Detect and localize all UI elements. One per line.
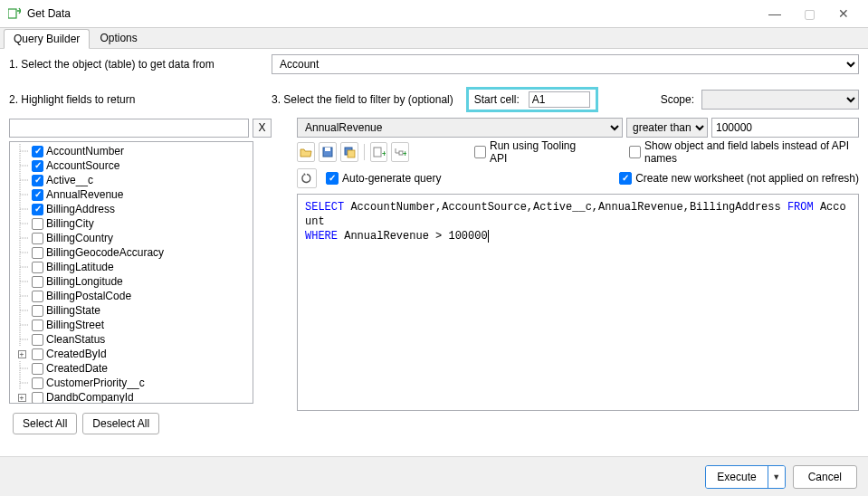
field-label: BillingLatitude bbox=[46, 260, 114, 274]
minimize-button[interactable]: — bbox=[758, 2, 792, 25]
fields-tree[interactable]: AccountNumberAccountSourceActive__cAnnua… bbox=[9, 141, 253, 404]
tree-item[interactable]: Active__c bbox=[10, 173, 253, 187]
field-checkbox[interactable] bbox=[32, 334, 43, 346]
select-all-button[interactable]: Select All bbox=[13, 413, 77, 434]
scope-label: Scope: bbox=[661, 93, 694, 106]
tree-item[interactable]: CleanStatus bbox=[10, 332, 253, 347]
start-cell-label: Start cell: bbox=[474, 93, 520, 106]
close-button[interactable]: ✕ bbox=[826, 2, 861, 25]
execute-button[interactable]: Execute bbox=[706, 466, 768, 488]
field-label: BillingCity bbox=[46, 216, 94, 231]
cancel-button[interactable]: Cancel bbox=[793, 465, 857, 489]
tree-item[interactable]: +CreatedById bbox=[10, 347, 253, 361]
field-checkbox[interactable] bbox=[32, 204, 43, 215]
maximize-button[interactable]: ▢ bbox=[792, 2, 826, 25]
filter-value-input[interactable] bbox=[711, 118, 859, 138]
add-field-icon[interactable]: + bbox=[370, 142, 388, 162]
clear-filter-button[interactable]: X bbox=[253, 119, 272, 138]
field-checkbox[interactable] bbox=[32, 363, 43, 375]
step2-label: 2. Highlight fields to return bbox=[9, 93, 272, 106]
tree-item[interactable]: CreatedDate bbox=[10, 361, 253, 376]
scope-select[interactable] bbox=[701, 90, 859, 110]
expand-icon[interactable]: + bbox=[18, 394, 26, 402]
field-checkbox[interactable] bbox=[32, 233, 43, 244]
field-checkbox[interactable] bbox=[32, 348, 43, 360]
run-tooling-checkbox[interactable] bbox=[474, 146, 486, 158]
tree-item[interactable]: BillingStreet bbox=[10, 318, 253, 332]
tree-item[interactable]: BillingAddress bbox=[10, 202, 253, 216]
tree-item[interactable]: AccountSource bbox=[10, 158, 253, 173]
start-cell-input[interactable] bbox=[529, 91, 590, 108]
tree-item[interactable]: AnnualRevenue bbox=[10, 187, 253, 202]
refresh-icon[interactable] bbox=[297, 168, 317, 188]
tree-item[interactable]: CustomerPriority__c bbox=[10, 376, 253, 390]
svg-text:+: + bbox=[403, 149, 406, 158]
field-checkbox[interactable] bbox=[32, 189, 43, 201]
field-label: BillingCountry bbox=[46, 231, 113, 245]
tree-item[interactable]: BillingState bbox=[10, 303, 253, 318]
execute-button-group: Execute ▼ bbox=[705, 465, 785, 489]
field-checkbox[interactable] bbox=[32, 218, 43, 230]
tab-query-builder[interactable]: Query Builder bbox=[4, 29, 90, 49]
tree-item[interactable]: BillingCity bbox=[10, 216, 253, 231]
run-tooling-label: Run using Tooling API bbox=[490, 139, 584, 165]
field-checkbox[interactable] bbox=[32, 146, 43, 157]
field-checkbox[interactable] bbox=[32, 276, 43, 288]
field-label: Active__c bbox=[46, 173, 93, 187]
titlebar: Get Data — ▢ ✕ bbox=[0, 0, 868, 27]
tree-item[interactable]: BillingPostalCode bbox=[10, 289, 253, 303]
field-checkbox[interactable] bbox=[32, 175, 43, 186]
field-checkbox[interactable] bbox=[32, 377, 43, 389]
object-select[interactable]: Account bbox=[272, 54, 859, 74]
fields-filter-input[interactable] bbox=[9, 119, 249, 138]
expand-icon[interactable]: + bbox=[18, 350, 26, 358]
save-icon[interactable] bbox=[319, 142, 337, 162]
tree-item[interactable]: BillingLongitude bbox=[10, 274, 253, 289]
show-labels-checkbox[interactable] bbox=[629, 146, 641, 158]
field-label: BillingGeocodeAccuracy bbox=[46, 245, 164, 260]
field-checkbox[interactable] bbox=[32, 291, 43, 302]
field-label: CustomerPriority__c bbox=[46, 376, 145, 390]
svg-rect-0 bbox=[8, 9, 16, 18]
svg-rect-36 bbox=[348, 150, 355, 157]
field-checkbox[interactable] bbox=[32, 160, 43, 172]
field-label: AccountSource bbox=[46, 158, 119, 173]
field-label: BillingPostalCode bbox=[46, 289, 131, 303]
field-label: BillingState bbox=[46, 303, 100, 318]
field-label: CleanStatus bbox=[46, 332, 105, 347]
start-cell-highlight: Start cell: bbox=[466, 87, 598, 112]
create-worksheet-checkbox[interactable] bbox=[619, 172, 632, 185]
add-child-icon[interactable]: + bbox=[391, 142, 409, 162]
tree-item[interactable]: BillingLatitude bbox=[10, 260, 253, 274]
filter-operator-select[interactable]: greater than bbox=[626, 118, 708, 138]
field-checkbox[interactable] bbox=[32, 320, 43, 331]
field-checkbox[interactable] bbox=[32, 247, 43, 259]
field-checkbox[interactable] bbox=[32, 262, 43, 273]
field-label: CreatedDate bbox=[46, 361, 108, 376]
execute-dropdown[interactable]: ▼ bbox=[768, 466, 785, 488]
open-icon[interactable] bbox=[297, 142, 315, 162]
field-label: BillingStreet bbox=[46, 318, 104, 332]
filter-field-select[interactable]: AnnualRevenue bbox=[297, 118, 623, 138]
field-label: DandbCompanyId bbox=[46, 390, 134, 404]
svg-rect-37 bbox=[374, 148, 381, 157]
field-checkbox[interactable] bbox=[32, 305, 43, 317]
field-label: AccountNumber bbox=[46, 144, 124, 158]
query-editor[interactable]: SELECT AccountNumber,AccountSource,Activ… bbox=[297, 194, 859, 411]
footer-bar: Execute ▼ Cancel bbox=[0, 456, 868, 496]
field-checkbox[interactable] bbox=[32, 392, 43, 404]
tree-item[interactable]: AccountNumber bbox=[10, 144, 253, 158]
step3-label: 3. Select the field to filter by (option… bbox=[272, 93, 453, 106]
tree-item[interactable]: BillingCountry bbox=[10, 231, 253, 245]
window-title: Get Data bbox=[27, 7, 758, 20]
tree-item[interactable]: BillingGeocodeAccuracy bbox=[10, 245, 253, 260]
field-label: BillingAddress bbox=[46, 202, 115, 216]
tab-options[interactable]: Options bbox=[90, 28, 147, 48]
auto-generate-checkbox[interactable] bbox=[326, 172, 339, 185]
create-worksheet-label: Create new worksheet (not applied on ref… bbox=[635, 172, 859, 185]
field-label: BillingLongitude bbox=[46, 274, 123, 289]
save-as-icon[interactable] bbox=[340, 142, 358, 162]
tree-item[interactable]: +DandbCompanyId bbox=[10, 390, 253, 404]
auto-generate-label: Auto-generate query bbox=[342, 172, 441, 185]
deselect-all-button[interactable]: Deselect All bbox=[82, 413, 159, 434]
